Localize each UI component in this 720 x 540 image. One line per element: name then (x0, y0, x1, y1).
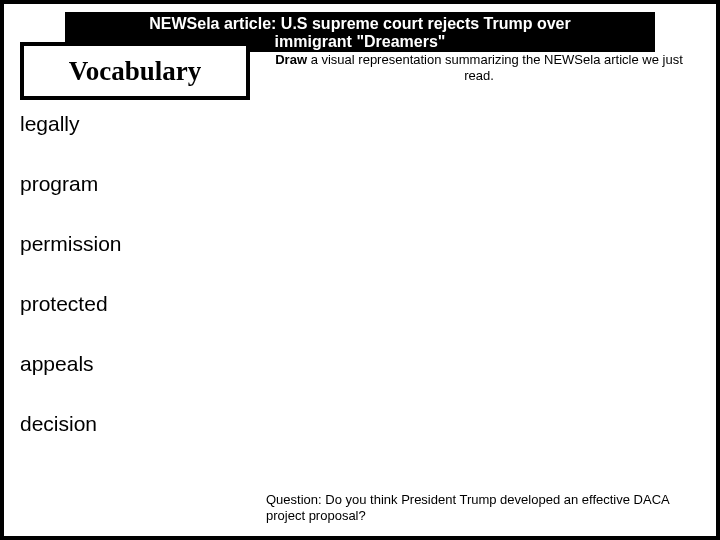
list-item: permission (20, 232, 250, 256)
question-prompt: Question: Do you think President Trump d… (266, 492, 701, 524)
worksheet-page: NEWSela article: U.S supreme court rejec… (0, 0, 720, 540)
vocabulary-heading: Vocabulary (69, 56, 202, 87)
vocabulary-box: Vocabulary (20, 42, 250, 100)
list-item: appeals (20, 352, 250, 376)
list-item: legally (20, 112, 250, 136)
draw-instruction-rest: a visual representation summarizing the … (307, 52, 683, 83)
list-item: decision (20, 412, 250, 436)
list-item: program (20, 172, 250, 196)
question-text: Question: Do you think President Trump d… (266, 492, 669, 523)
title-line1: NEWSela article: U.S supreme court rejec… (149, 15, 570, 32)
title-line2: immigrant "Dreamers" (275, 33, 446, 51)
draw-instruction: Draw a visual representation summarizing… (269, 52, 689, 84)
vocabulary-list: legally program permission protected app… (20, 112, 250, 472)
list-item: protected (20, 292, 250, 316)
draw-instruction-bold: Draw (275, 52, 307, 67)
